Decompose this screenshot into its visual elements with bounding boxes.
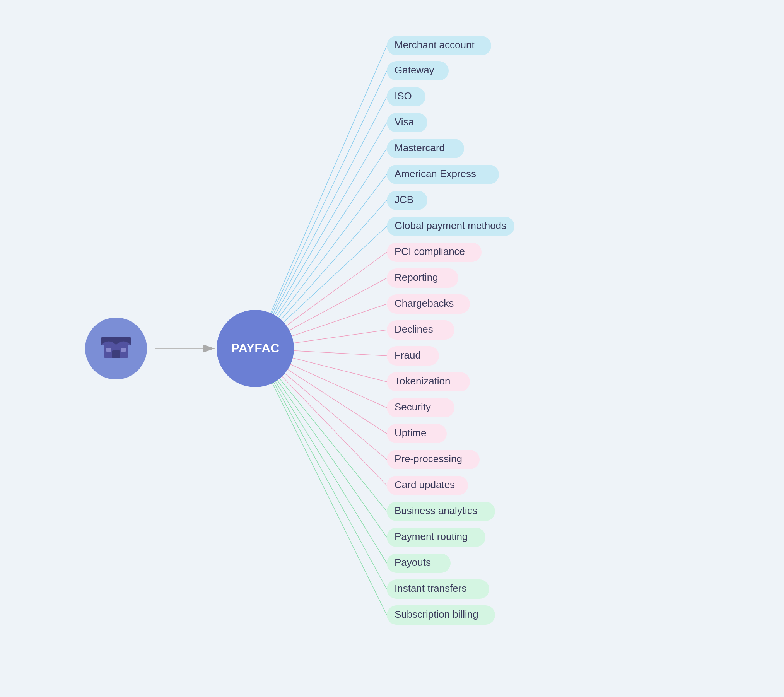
node-instant-transfers: Instant transfers — [395, 583, 466, 594]
node-reporting: Reporting — [395, 272, 438, 283]
node-gateway: Gateway — [395, 64, 434, 76]
svg-rect-31 — [121, 348, 126, 352]
node-mastercard: Mastercard — [395, 142, 445, 154]
node-amex: American Express — [395, 168, 476, 179]
node-declines: Declines — [395, 323, 433, 335]
payfac-label: PAYFAC — [231, 341, 279, 355]
node-visa: Visa — [395, 116, 414, 128]
node-payouts: Payouts — [395, 557, 431, 568]
node-uptime: Uptime — [395, 427, 426, 439]
svg-rect-30 — [106, 348, 111, 352]
node-global-payment: Global payment methods — [395, 220, 506, 231]
node-tokenization: Tokenization — [395, 375, 451, 387]
node-security: Security — [395, 401, 431, 413]
node-subscription-billing: Subscription billing — [395, 608, 478, 620]
node-fraud: Fraud — [395, 349, 421, 361]
node-business-analytics: Business analytics — [395, 505, 477, 516]
node-merchant-account: Merchant account — [395, 39, 475, 51]
node-chargebacks: Chargebacks — [395, 297, 454, 309]
node-pre-processing: Pre-processing — [395, 453, 462, 465]
node-jcb: JCB — [395, 194, 413, 205]
node-pci: PCI compliance — [395, 246, 465, 257]
node-card-updates: Card updates — [395, 479, 455, 490]
node-payment-routing: Payment routing — [395, 531, 468, 542]
svg-rect-29 — [112, 350, 120, 358]
node-iso: ISO — [395, 90, 412, 102]
